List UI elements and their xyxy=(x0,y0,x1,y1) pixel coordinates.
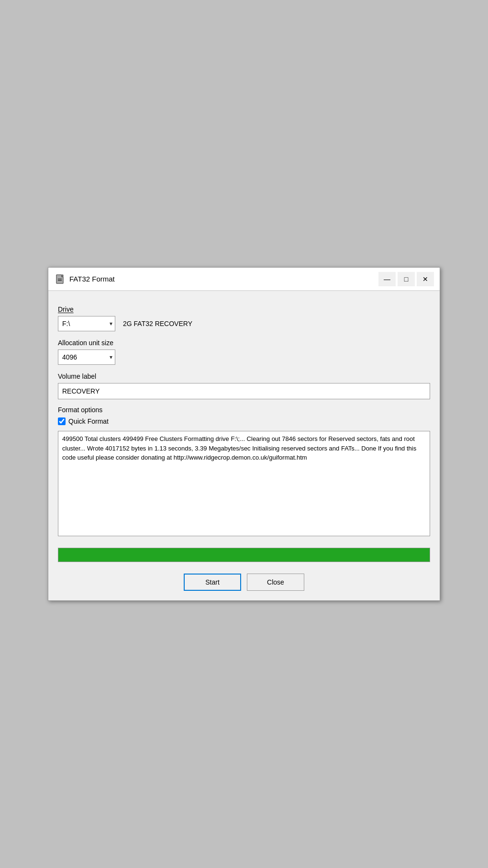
window-title: FAT32 Format xyxy=(69,275,378,283)
fat32-format-window: FAT32 Format — □ ✕ Drive F:\ C:\ D:\ E:\ xyxy=(48,267,440,601)
title-separator xyxy=(48,291,440,291)
quick-format-row: Quick Format xyxy=(58,417,430,425)
progress-bar-container xyxy=(58,548,430,562)
log-box[interactable]: 499500 Total clusters 499499 Free Cluste… xyxy=(58,431,430,536)
allocation-select-wrapper[interactable]: 512 1024 2048 4096 8192 16384 32768 xyxy=(58,349,115,365)
svg-rect-3 xyxy=(58,279,62,280)
start-button[interactable]: Start xyxy=(184,574,241,591)
format-options-section: Format options Quick Format xyxy=(58,406,430,425)
allocation-select[interactable]: 512 1024 2048 4096 8192 16384 32768 xyxy=(58,349,115,365)
window-body: Drive F:\ C:\ D:\ E:\ G:\ 2G FAT32 RECOV… xyxy=(48,298,440,600)
quick-format-checkbox[interactable] xyxy=(58,417,66,425)
volume-label-text: Volume label xyxy=(58,372,430,380)
drive-section: Drive F:\ C:\ D:\ E:\ G:\ 2G FAT32 RECOV… xyxy=(58,305,430,331)
close-button[interactable]: Close xyxy=(247,574,304,591)
drive-select-wrapper[interactable]: F:\ C:\ D:\ E:\ G:\ xyxy=(58,316,115,331)
volume-section: Volume label xyxy=(58,372,430,399)
progress-bar-fill xyxy=(58,548,430,562)
window-icon xyxy=(54,273,66,285)
minimize-button[interactable]: — xyxy=(378,272,396,286)
title-bar: FAT32 Format — □ ✕ xyxy=(48,268,440,291)
volume-label-static: Volume label xyxy=(58,372,96,380)
drive-name: 2G FAT32 RECOVERY xyxy=(123,320,192,327)
maximize-button[interactable]: □ xyxy=(398,272,415,286)
drive-row: F:\ C:\ D:\ E:\ G:\ 2G FAT32 RECOVERY xyxy=(58,316,430,331)
quick-format-label[interactable]: Quick Format xyxy=(68,417,109,425)
allocation-section: Allocation unit size 512 1024 2048 4096 … xyxy=(58,339,430,365)
allocation-label: Allocation unit size xyxy=(58,339,430,347)
drive-label-text: Drive xyxy=(58,305,74,313)
format-options-text: Format options xyxy=(58,406,102,414)
allocation-label-text: Allocation unit size xyxy=(58,339,113,347)
format-options-label: Format options xyxy=(58,406,430,414)
button-row: Start Close xyxy=(58,574,430,591)
svg-rect-4 xyxy=(58,280,62,281)
close-window-button[interactable]: ✕ xyxy=(417,272,434,286)
drive-label: Drive xyxy=(58,305,430,313)
window-controls: — □ ✕ xyxy=(378,272,434,286)
volume-input[interactable] xyxy=(58,383,430,399)
drive-select[interactable]: F:\ C:\ D:\ E:\ G:\ xyxy=(58,316,115,331)
